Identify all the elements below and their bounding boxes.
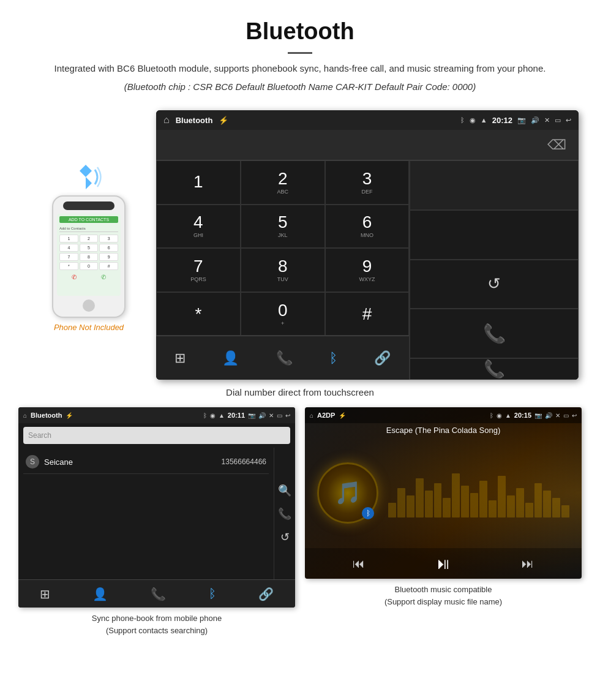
refresh-button[interactable]: ↺ bbox=[410, 260, 579, 309]
bottom-nav-bar: ⊞ 👤 📞 ᛒ 🔗 bbox=[156, 336, 409, 380]
home-icon[interactable]: ⌂ bbox=[163, 115, 170, 126]
music-status-bar: ⌂ A2DP ⚡ ᛒ ◉ ▲ 20:15 📷 🔊 ✕ ▭ bbox=[305, 407, 582, 423]
pb-close-icon: ✕ bbox=[269, 412, 274, 419]
call-history-icon[interactable]: 📞 bbox=[276, 350, 293, 366]
music-album-art: 🎵 ᛒ bbox=[317, 462, 378, 524]
eq-bar-4 bbox=[416, 478, 424, 517]
page-header: Bluetooth Integrated with BC6 Bluetooth … bbox=[0, 0, 600, 104]
key-3[interactable]: 3 DEF bbox=[325, 160, 410, 205]
music-eq-bars bbox=[388, 469, 569, 517]
key-star[interactable]: * bbox=[156, 292, 241, 336]
phone-keypad: 1 2 3 4 5 6 7 8 9 * 0 # bbox=[59, 235, 118, 270]
pb-refresh-side-icon[interactable]: ↺ bbox=[280, 530, 290, 544]
call-green-button[interactable]: 📞 bbox=[410, 309, 579, 358]
phone-screen-add-contacts: ADD TO CONTACTS bbox=[59, 216, 118, 223]
music-screen-inner: ⌂ A2DP ⚡ ᛒ ◉ ▲ 20:15 📷 🔊 ✕ ▭ bbox=[305, 407, 582, 579]
header-description: Integrated with BC6 Bluetooth module, su… bbox=[37, 61, 563, 76]
music-status-title: A2DP bbox=[317, 412, 335, 419]
back-status-icon: ↩ bbox=[566, 116, 571, 124]
pb-contact-item[interactable]: S Seicane 13566664466 bbox=[23, 450, 269, 474]
phone-key-7[interactable]: 7 bbox=[59, 253, 78, 261]
key-7[interactable]: 7 PQRS bbox=[156, 248, 241, 292]
pb-call-side-icon[interactable]: 📞 bbox=[278, 507, 291, 521]
backspace-button[interactable]: ⌫ bbox=[547, 137, 566, 153]
key-0[interactable]: 0 + bbox=[241, 292, 325, 336]
pb-link-bottom-icon[interactable]: 🔗 bbox=[258, 587, 274, 601]
pb-contacts-icon[interactable]: 👤 bbox=[92, 587, 108, 601]
eq-bar-7 bbox=[443, 498, 451, 517]
bluetooth-signal-icon bbox=[70, 159, 107, 195]
phone-red-call: ✆ bbox=[72, 274, 77, 280]
phone-screen: ADD TO CONTACTS Add to Contacts 1 2 3 4 … bbox=[57, 214, 121, 296]
phone-key-hash[interactable]: # bbox=[99, 262, 118, 270]
eq-bar-15 bbox=[516, 488, 524, 517]
key-hash[interactable]: # bbox=[325, 292, 410, 336]
key-4[interactable]: 4 GHI bbox=[156, 205, 241, 249]
phone-key-8[interactable]: 8 bbox=[80, 253, 99, 261]
phone-home-button bbox=[83, 299, 95, 312]
phone-key-1[interactable]: 1 bbox=[59, 235, 78, 243]
phone-key-6[interactable]: 6 bbox=[99, 244, 118, 252]
phone-key-2[interactable]: 2 bbox=[80, 235, 99, 243]
dial-display: ⌫ bbox=[156, 130, 579, 160]
phone-screen-label: Add to Contacts bbox=[59, 225, 118, 232]
music-prev-icon[interactable]: ⏮ bbox=[353, 557, 365, 571]
key-2[interactable]: 2 ABC bbox=[241, 160, 325, 205]
music-close-icon: ✕ bbox=[555, 412, 560, 419]
pb-home-icon[interactable]: ⌂ bbox=[23, 412, 27, 419]
phone-illustration: ADD TO CONTACTS Add to Contacts 1 2 3 4 … bbox=[21, 159, 156, 332]
phonebook-card: ⌂ Bluetooth ⚡ ᛒ ◉ ▲ 20:11 📷 🔊 ✕ ▭ ↩ bbox=[18, 407, 295, 608]
contacts-icon[interactable]: 👤 bbox=[222, 350, 239, 366]
eq-bar-6 bbox=[434, 483, 442, 517]
eq-bar-1 bbox=[388, 503, 396, 517]
pb-time: 20:11 bbox=[228, 412, 245, 419]
music-caption-line2: (Support display music file name) bbox=[384, 597, 502, 606]
usb-icon: ⚡ bbox=[219, 116, 228, 125]
pb-bottom-bar: ⊞ 👤 📞 ᛒ 🔗 bbox=[18, 579, 295, 608]
phone-key-4[interactable]: 4 bbox=[59, 244, 78, 252]
phonebook-caption-line1: Sync phone-book from mobile phone bbox=[92, 614, 222, 623]
music-loc-icon: ◉ bbox=[497, 412, 502, 419]
eq-bar-13 bbox=[498, 476, 506, 517]
pb-contact-name: Seicane bbox=[44, 457, 217, 467]
eq-bar-14 bbox=[507, 495, 515, 517]
music-vol-icon: 🔊 bbox=[545, 412, 552, 419]
phone-key-9[interactable]: 9 bbox=[99, 253, 118, 261]
pb-grid-icon[interactable]: ⊞ bbox=[40, 587, 50, 601]
music-caption-line1: Bluetooth music compatible bbox=[395, 585, 492, 594]
phone-key-5[interactable]: 5 bbox=[80, 244, 99, 252]
pb-search-placeholder: Search bbox=[28, 431, 51, 440]
pb-bt-bottom-icon[interactable]: ᛒ bbox=[209, 587, 216, 601]
phone-not-included-label: Phone Not Included bbox=[54, 323, 124, 332]
key-8[interactable]: 8 TUV bbox=[241, 248, 325, 292]
phone-key-3[interactable]: 3 bbox=[99, 235, 118, 243]
pb-win-icon: ▭ bbox=[277, 412, 282, 419]
link-icon[interactable]: 🔗 bbox=[374, 350, 391, 366]
pb-search-box[interactable]: Search bbox=[23, 427, 290, 444]
pb-search-side-icon[interactable]: 🔍 bbox=[278, 484, 291, 497]
grid-icon[interactable]: ⊞ bbox=[174, 350, 186, 366]
eq-bar-17 bbox=[534, 483, 542, 517]
key-9[interactable]: 9 WXYZ bbox=[325, 248, 410, 292]
pb-call-bottom-icon[interactable]: 📞 bbox=[151, 587, 166, 601]
status-left: ⌂ Bluetooth ⚡ bbox=[163, 115, 228, 126]
pb-vol-icon: 🔊 bbox=[258, 412, 266, 419]
bluetooth-nav-icon[interactable]: ᛒ bbox=[329, 350, 337, 366]
refresh-icon: ↺ bbox=[487, 274, 501, 293]
pb-list: S Seicane 13566664466 bbox=[18, 448, 274, 579]
hangup-button[interactable]: 📞 bbox=[410, 358, 579, 380]
key-5[interactable]: 5 JKL bbox=[241, 205, 325, 249]
key-6[interactable]: 6 MNO bbox=[325, 205, 410, 249]
phone-green-call: ✆ bbox=[101, 274, 106, 280]
phone-key-star[interactable]: * bbox=[59, 262, 78, 270]
music-wifi-icon: ▲ bbox=[505, 412, 511, 419]
eq-bar-16 bbox=[525, 503, 533, 517]
music-play-pause-icon[interactable]: ⏯ bbox=[435, 554, 451, 573]
key-1[interactable]: 1 bbox=[156, 160, 241, 205]
eq-bar-5 bbox=[425, 491, 433, 517]
phone-key-0[interactable]: 0 bbox=[80, 262, 99, 270]
dial-head-unit-screen: ⌂ Bluetooth ⚡ ᛒ ◉ ▲ 20:12 📷 🔊 ✕ ▭ ↩ bbox=[156, 110, 579, 380]
pb-content-row: S Seicane 13566664466 🔍 📞 ↺ bbox=[18, 448, 295, 579]
music-home-icon[interactable]: ⌂ bbox=[310, 412, 313, 419]
music-next-icon[interactable]: ⏭ bbox=[522, 557, 534, 571]
